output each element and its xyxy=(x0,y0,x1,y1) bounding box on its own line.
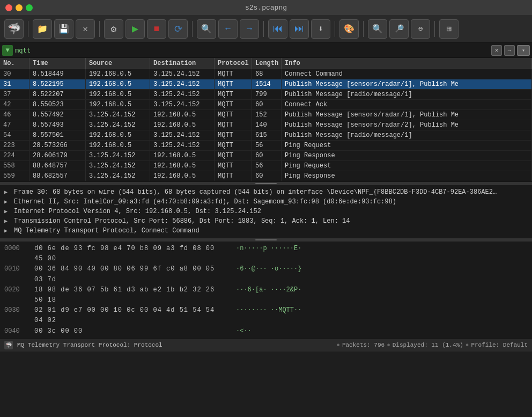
packet-row[interactable]: 558 88.648757 3.125.24.152 192.168.0.5 M… xyxy=(0,161,532,171)
save-button[interactable]: 💾 xyxy=(54,19,73,39)
packet-time: 8.522207 xyxy=(29,90,86,99)
open-file-button[interactable]: 📁 xyxy=(33,19,52,39)
back-button[interactable]: ← xyxy=(218,19,238,39)
packet-row[interactable]: 54 8.557501 192.168.0.5 3.125.24.152 MQT… xyxy=(0,130,532,141)
packet-proto: MQTT xyxy=(215,120,252,130)
toolbar-separator xyxy=(28,21,28,37)
toolbar-separator-3 xyxy=(192,21,193,37)
detail-text: Frame 30: 68 bytes on wire (544 bits), 6… xyxy=(14,188,497,196)
resize-columns-button[interactable]: ⊞ xyxy=(439,19,459,39)
packet-dst: 3.125.24.152 xyxy=(150,141,215,150)
packet-proto: MQTT xyxy=(215,141,252,150)
packet-row[interactable]: 46 8.557492 3.125.24.152 192.168.0.5 MQT… xyxy=(0,110,532,120)
packet-info: Publish Message [radio/message/1] xyxy=(282,90,532,99)
packet-info: Publish Message [sensors/radar/1], Publi… xyxy=(282,110,532,120)
packet-dst: 192.168.0.5 xyxy=(150,120,215,130)
statusbar-dot-1: ● xyxy=(336,342,340,348)
header-time: Time xyxy=(29,58,86,69)
window-title: s2s.pcapng xyxy=(245,4,287,12)
packet-len: 615 xyxy=(252,130,282,140)
header-source: Source xyxy=(86,58,150,69)
packet-src: 192.168.0.5 xyxy=(86,69,150,79)
maximize-window-button[interactable] xyxy=(26,4,33,11)
hex-row: 0010 00 36 84 90 40 00 80 06 99 6f c0 a8… xyxy=(4,264,528,284)
header-no: No. xyxy=(0,58,29,69)
close-window-button[interactable] xyxy=(5,4,12,11)
restart-capture-button[interactable]: ⟳ xyxy=(168,19,188,39)
hex-row: 0000 d0 6e de 93 fc 98 e4 70 b8 09 a3 fd… xyxy=(4,244,528,264)
statusbar-dot-2: ● xyxy=(387,342,390,348)
hex-ascii: ·<·· xyxy=(236,326,252,336)
colorize-button[interactable]: 🎨 xyxy=(339,19,359,39)
zoom-normal-button[interactable]: ⊖ xyxy=(411,19,430,39)
titlebar: s2s.pcapng xyxy=(0,0,532,15)
hex-offset: 0000 xyxy=(4,244,26,264)
packet-info: Ping Response xyxy=(282,151,532,160)
hex-content: 0000 d0 6e de 93 fc 98 e4 70 b8 09 a3 fd… xyxy=(0,242,532,339)
packet-info: Publish Message [sensors/radar/1], Publi… xyxy=(282,79,532,89)
packet-time: 8.557492 xyxy=(29,110,86,120)
hex-offset: 0020 xyxy=(4,285,26,305)
hex-panel: 0000 d0 6e de 93 fc 98 e4 70 b8 09 a3 fd… xyxy=(0,242,532,339)
hex-row: 0040 00 3c 00 00 ·<·· xyxy=(4,326,528,336)
detail-arrow-icon: ▶ xyxy=(4,189,11,195)
packet-no: 558 xyxy=(0,161,29,171)
packet-src: 192.168.0.5 xyxy=(86,141,150,150)
packet-no: 30 xyxy=(0,69,29,79)
packet-row[interactable]: 47 8.557493 3.125.24.152 192.168.0.5 MQT… xyxy=(0,120,532,130)
detail-arrow-icon: ▶ xyxy=(4,228,11,234)
statusbar-packets: Packets: 796 xyxy=(342,342,385,348)
detail-row[interactable]: ▶ Frame 30: 68 bytes on wire (544 bits),… xyxy=(0,187,532,197)
packet-info: Publish Message [sensors/radar/2], Publi… xyxy=(282,120,532,130)
packet-row[interactable]: 223 28.573266 192.168.0.5 3.125.24.152 M… xyxy=(0,141,532,151)
capture-options-button[interactable]: ⚙ xyxy=(104,19,123,39)
minimize-window-button[interactable] xyxy=(16,4,23,11)
packet-row[interactable]: 30 8.518449 192.168.0.5 3.125.24.152 MQT… xyxy=(0,69,532,79)
logo-button[interactable]: 🦈 xyxy=(4,19,24,39)
detail-text: MQ Telemetry Transport Protocol, Connect… xyxy=(14,227,200,235)
packet-row[interactable]: 42 8.550523 192.168.0.5 3.125.24.152 MQT… xyxy=(0,100,532,110)
filter-icon-symbol: ▼ xyxy=(5,47,9,54)
statusbar-displayed: Displayed: 11 (1.4%) xyxy=(393,342,463,348)
packet-list: No. Time Source Destination Protocol Len… xyxy=(0,58,532,182)
detail-arrow-icon: ▶ xyxy=(4,218,11,224)
zoom-out-button[interactable]: 🔎 xyxy=(389,19,409,39)
packet-src: 192.168.0.5 xyxy=(86,90,150,99)
detail-arrow-icon: ▶ xyxy=(4,208,11,215)
detail-row[interactable]: ▶ Internet Protocol Version 4, Src: 192.… xyxy=(0,207,532,216)
detail-row[interactable]: ▶ Ethernet II, Src: IntelCor_09:a3:fd (e… xyxy=(0,197,532,207)
stop-capture-button[interactable]: ■ xyxy=(147,19,166,39)
packet-proto: MQTT xyxy=(215,110,252,120)
detail-row[interactable]: ▶ Transmission Control Protocol, Src Por… xyxy=(0,216,532,226)
filter-clear-button[interactable]: ✕ xyxy=(491,45,502,56)
packet-no: 223 xyxy=(0,141,29,150)
packet-row[interactable]: 31 8.522195 192.168.0.5 3.125.24.152 MQT… xyxy=(0,79,532,90)
packet-list-header: No. Time Source Destination Protocol Len… xyxy=(0,58,532,69)
packet-row[interactable]: 37 8.522207 192.168.0.5 3.125.24.152 MQT… xyxy=(0,90,532,100)
start-capture-button[interactable]: ▶ xyxy=(125,19,145,39)
hex-bytes: 02 01 d9 e7 00 00 10 0c 00 04 4d 51 54 5… xyxy=(34,305,227,326)
goto-packet-button[interactable]: 🔍 xyxy=(197,19,216,39)
filter-input[interactable] xyxy=(15,47,489,54)
hex-bytes: d0 6e de 93 fc 98 e4 70 b8 09 a3 fd 08 0… xyxy=(34,244,227,264)
packet-proto: MQTT xyxy=(215,171,252,181)
window-controls xyxy=(5,4,33,11)
packet-no: 46 xyxy=(0,110,29,120)
last-packet-button[interactable]: ⏭ xyxy=(290,19,309,39)
packet-row[interactable]: 224 28.606179 3.125.24.152 192.168.0.5 M… xyxy=(0,151,532,161)
scroll-button[interactable]: ⬇ xyxy=(311,19,330,39)
packet-proto: MQTT xyxy=(215,130,252,140)
statusbar-status: MQ Telemetry Transport Protocol: Protoco… xyxy=(17,342,332,348)
packet-dst: 192.168.0.5 xyxy=(150,110,215,120)
close-capture-button[interactable]: ✕ xyxy=(76,19,95,39)
filter-apply-button[interactable]: → xyxy=(504,45,515,56)
zoom-in-button[interactable]: 🔍 xyxy=(368,19,387,39)
forward-button[interactable]: → xyxy=(240,19,259,39)
first-packet-button[interactable]: ⏮ xyxy=(268,19,287,39)
filter-dropdown-button[interactable]: ▾ xyxy=(517,45,530,56)
packet-row[interactable]: 559 88.682557 3.125.24.152 192.168.0.5 M… xyxy=(0,171,532,181)
header-protocol: Protocol xyxy=(215,58,252,69)
packet-no: 224 xyxy=(0,151,29,160)
detail-row[interactable]: ▶ MQ Telemetry Transport Protocol, Conne… xyxy=(0,226,532,236)
packet-len: 60 xyxy=(252,171,282,181)
